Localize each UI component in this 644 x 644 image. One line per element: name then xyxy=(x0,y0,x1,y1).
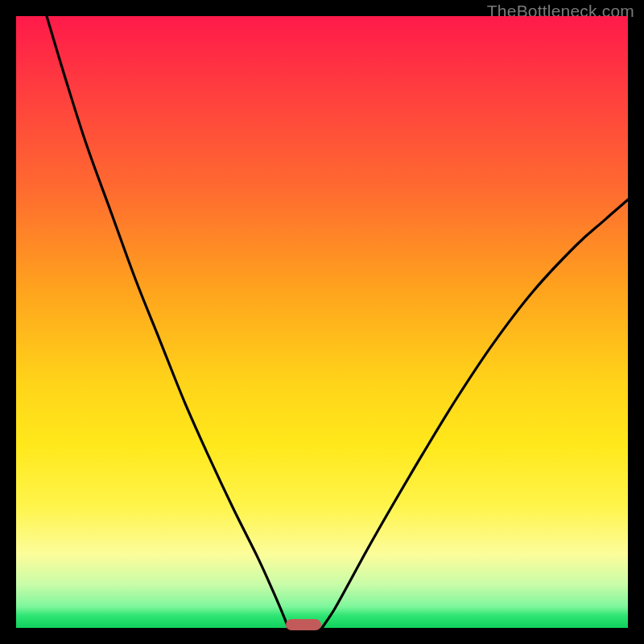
curve-left xyxy=(47,16,288,628)
bottleneck-marker xyxy=(286,619,321,630)
curve-layer xyxy=(16,16,628,628)
plot-area xyxy=(16,16,628,628)
outer-frame: TheBottleneck.com xyxy=(0,0,644,644)
curve-right xyxy=(322,200,628,628)
